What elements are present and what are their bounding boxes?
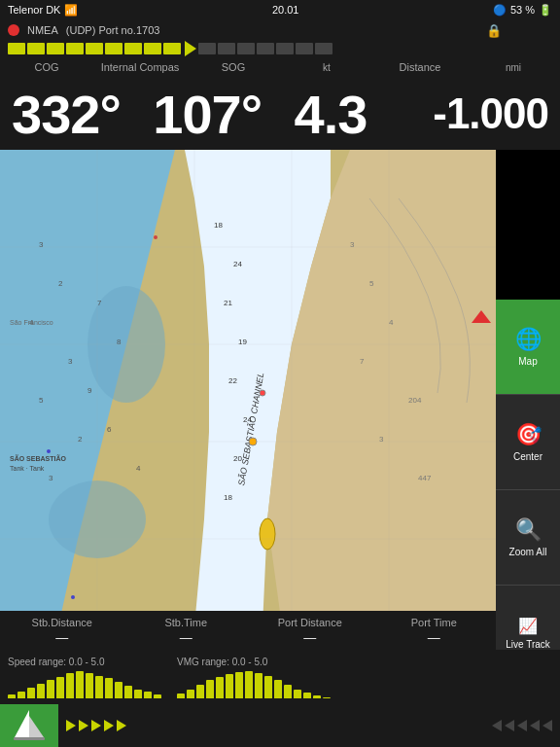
speed-bar-seg-13 bbox=[134, 690, 142, 698]
port-time-value: — bbox=[428, 630, 440, 645]
nmea-label: NMEA bbox=[27, 24, 58, 36]
svg-text:5: 5 bbox=[369, 279, 374, 288]
arrow-right-5 bbox=[117, 720, 126, 731]
data-labels-bar: COG Internal Compas SOG kt Distance nmi bbox=[0, 56, 560, 78]
speed-bar-seg-14 bbox=[144, 692, 152, 698]
vmg-bar-seg-8 bbox=[255, 673, 262, 698]
compass-value: 107° bbox=[153, 84, 262, 145]
svg-text:9: 9 bbox=[88, 386, 92, 395]
signal-seg-7 bbox=[124, 43, 142, 54]
svg-point-53 bbox=[47, 449, 51, 453]
signal-seg-8 bbox=[144, 43, 161, 54]
distance-label: Distance bbox=[373, 61, 467, 73]
status-right: 🔵 53 % 🔋 bbox=[493, 4, 552, 17]
speed-range-label: Speed range: 0.0 - 5.0 bbox=[8, 657, 105, 667]
speed-bar-seg-10 bbox=[105, 678, 113, 698]
signal-seg-9 bbox=[163, 43, 181, 54]
port-distance-label: Port Distance bbox=[278, 617, 342, 628]
svg-text:3: 3 bbox=[68, 357, 73, 366]
sog-reading: 4.3 bbox=[295, 83, 407, 146]
status-left: Telenor DK 📶 bbox=[8, 4, 78, 17]
svg-text:SÃO SEBASTIÃO: SÃO SEBASTIÃO bbox=[10, 454, 67, 462]
status-bar: Telenor DK 📶 20.01 🔵 53 % 🔋 bbox=[0, 0, 560, 19]
svg-text:447: 447 bbox=[418, 474, 432, 482]
arrow-left-4 bbox=[530, 720, 540, 731]
arrow-left-1 bbox=[492, 720, 502, 731]
svg-text:18: 18 bbox=[224, 493, 232, 502]
signal-seg-2 bbox=[27, 43, 45, 54]
speed-bar-seg-3 bbox=[37, 684, 45, 698]
stb-distance-col: Stb.Distance — bbox=[0, 617, 124, 645]
signal-seg-11 bbox=[218, 43, 235, 54]
speed-bar-seg-12 bbox=[124, 686, 132, 698]
sog-label: SOG bbox=[187, 61, 280, 73]
map-button-label: Map bbox=[518, 356, 537, 367]
arrow-right-1 bbox=[66, 720, 76, 731]
vmg-bar-seg-5 bbox=[226, 674, 233, 698]
signal-seg-12 bbox=[237, 43, 255, 54]
signal-seg-5 bbox=[86, 43, 103, 54]
nautical-chart: 3 2 4 3 5 2 3 7 8 9 6 4 18 24 21 19 22 2… bbox=[0, 150, 496, 626]
svg-text:2: 2 bbox=[78, 435, 83, 444]
svg-text:3: 3 bbox=[49, 474, 53, 482]
map-container[interactable]: 3 2 4 3 5 2 3 7 8 9 6 4 18 24 21 19 22 2… bbox=[0, 150, 496, 626]
stb-time-col: Stb.Time — bbox=[124, 617, 249, 645]
svg-text:21: 21 bbox=[224, 299, 232, 307]
zoom-all-button-label: Zoom All bbox=[509, 547, 547, 557]
vmg-bar-graph bbox=[177, 669, 331, 698]
center-icon: 🎯 bbox=[515, 422, 542, 447]
speed-section-right: VMG range: 0.0 - 5.0 bbox=[169, 653, 338, 702]
left-arrows bbox=[484, 720, 560, 731]
svg-text:3: 3 bbox=[379, 435, 384, 444]
svg-text:4: 4 bbox=[389, 318, 394, 327]
svg-text:3: 3 bbox=[350, 240, 355, 249]
arrow-right-2 bbox=[79, 720, 88, 731]
signal-seg-16 bbox=[315, 43, 332, 54]
svg-text:5: 5 bbox=[39, 396, 44, 405]
vmg-bar-seg-12 bbox=[294, 690, 301, 698]
arrow-left-2 bbox=[505, 720, 514, 731]
vmg-bar-seg-14 bbox=[313, 695, 321, 698]
battery-icon: 🔋 bbox=[539, 4, 552, 17]
live-track-button-label: Live Track bbox=[506, 639, 550, 650]
speed-bar-seg-7 bbox=[76, 671, 84, 698]
speed-bar-seg-8 bbox=[86, 673, 93, 698]
port-time-label: Port Time bbox=[411, 617, 457, 628]
vmg-bar-seg-9 bbox=[264, 676, 272, 698]
signal-seg-14 bbox=[276, 43, 294, 54]
signal-seg-13 bbox=[257, 43, 274, 54]
svg-marker-55 bbox=[15, 710, 29, 737]
signal-bar bbox=[0, 41, 560, 56]
svg-text:18: 18 bbox=[214, 221, 223, 230]
vmg-bar-seg-3 bbox=[206, 680, 214, 698]
port-distance-col: Port Distance — bbox=[248, 617, 372, 645]
arrow-left-3 bbox=[517, 720, 527, 731]
dist-unit-label: nmi bbox=[467, 62, 560, 73]
lock-icon: 🔒 bbox=[486, 23, 502, 38]
speed-bar-seg-0 bbox=[8, 694, 16, 698]
time-display: 20.01 bbox=[272, 4, 299, 16]
cog-label: COG bbox=[0, 61, 93, 73]
signal-seg-10 bbox=[198, 43, 216, 54]
center-button[interactable]: 🎯 Center bbox=[496, 395, 560, 490]
map-icon: 🌐 bbox=[515, 327, 542, 352]
wifi-icon: 📶 bbox=[64, 4, 78, 17]
sailplan-logo bbox=[0, 704, 58, 747]
svg-text:22: 22 bbox=[228, 376, 237, 385]
speed-bar-seg-2 bbox=[27, 688, 35, 698]
zoom-all-button[interactable]: 🔍 Zoom All bbox=[496, 490, 560, 586]
compass-label: Internal Compas bbox=[93, 61, 187, 73]
distance-reading: -1.000 bbox=[407, 89, 548, 138]
vmg-bar-seg-15 bbox=[323, 697, 331, 698]
signal-seg-6 bbox=[105, 43, 122, 54]
svg-marker-56 bbox=[29, 716, 44, 737]
live-track-icon: 📈 bbox=[518, 617, 538, 635]
svg-text:204: 204 bbox=[408, 396, 422, 405]
stb-distance-label: Stb.Distance bbox=[32, 617, 92, 628]
vmg-bar-seg-6 bbox=[235, 672, 243, 698]
signal-seg-4 bbox=[66, 43, 84, 54]
speed-bar-seg-5 bbox=[56, 677, 64, 698]
sog-value: 4.3 bbox=[295, 84, 368, 145]
nmea-detail: (UDP) Port no.1703 bbox=[66, 24, 160, 36]
map-button[interactable]: 🌐 Map bbox=[496, 300, 560, 395]
